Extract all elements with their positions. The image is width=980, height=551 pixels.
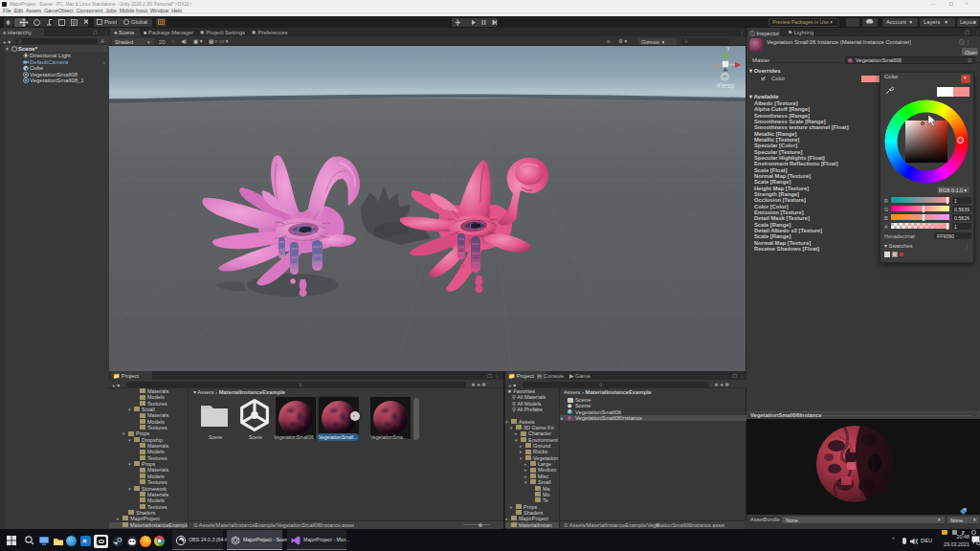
svg-text:‹Persp: ‹Persp [716,82,735,90]
